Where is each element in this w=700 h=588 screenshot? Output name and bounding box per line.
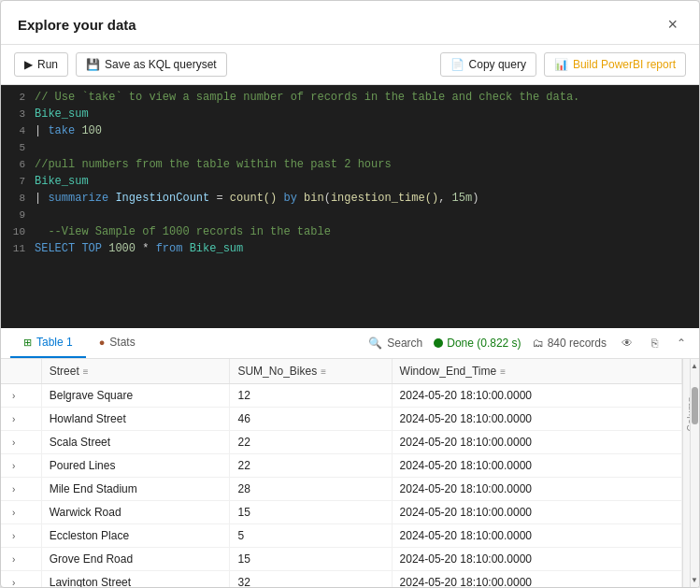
run-button[interactable]: ▶ Run — [14, 52, 68, 77]
copy-query-button[interactable]: 📄 Copy query — [440, 52, 536, 77]
filter-street-icon[interactable]: ≡ — [83, 366, 89, 377]
column-side-bar: Column ▲ ▼ — [682, 359, 699, 587]
records-icon: 🗂 — [533, 337, 544, 350]
code-line-10: 10 --View Sample of 1000 records in the … — [1, 223, 699, 240]
explore-data-dialog: Explore your data × ▶ Run 💾 Save as KQL … — [0, 0, 700, 588]
table-icon: ⊞ — [23, 337, 32, 349]
status-dot — [434, 338, 443, 348]
eye-icon[interactable]: 👁 — [618, 335, 636, 351]
th-street[interactable]: Street ≡ — [41, 359, 230, 384]
street-cell: Howland Street — [41, 408, 230, 431]
code-line-11: 11 SELECT TOP 1000 * from Bike_sum — [1, 240, 699, 257]
row-expand-icon-2[interactable]: › — [8, 437, 19, 448]
table-row: › Poured Lines 22 2024-05-20 18:10:00.00… — [1, 454, 682, 478]
expand-cell[interactable]: › — [1, 501, 41, 524]
sum-cell: 32 — [230, 571, 392, 588]
row-expand-icon-7[interactable]: › — [8, 554, 19, 565]
row-expand-icon-0[interactable]: › — [8, 391, 19, 401]
copy-icon[interactable]: ⎘ — [648, 335, 662, 351]
row-expand-icon-1[interactable]: › — [8, 414, 19, 424]
table-row: › Eccleston Place 5 2024-05-20 18:10:00.… — [1, 524, 682, 548]
code-line-2: 2 // Use `take` to view a sample number … — [1, 89, 699, 106]
table-row: › Howland Street 46 2024-05-20 18:10:00.… — [1, 408, 682, 431]
expand-cell[interactable]: › — [1, 571, 41, 588]
row-expand-icon-3[interactable]: › — [8, 461, 19, 471]
expand-cell[interactable]: › — [1, 384, 41, 408]
run-icon: ▶ — [24, 58, 33, 71]
tab-stats[interactable]: ● Stats — [86, 328, 149, 358]
scroll-down-arrow[interactable]: ▼ — [690, 573, 699, 587]
table-row: › Belgrave Square 12 2024-05-20 18:10:00… — [1, 384, 682, 408]
window-cell: 2024-05-20 18:10:00.0000 — [392, 501, 681, 524]
street-cell: Poured Lines — [41, 454, 230, 478]
row-expand-icon-4[interactable]: › — [8, 484, 19, 495]
filter-window-icon[interactable]: ≡ — [500, 366, 506, 377]
data-table: Street ≡ SUM_No_Bikes ≡ — [1, 359, 682, 587]
save-kql-button[interactable]: 💾 Save as KQL queryset — [76, 52, 227, 77]
sum-cell: 22 — [230, 431, 392, 454]
row-expand-icon-8[interactable]: › — [8, 578, 19, 587]
code-line-3: 3 Bike_sum — [1, 106, 699, 122]
tabs-left: ⊞ Table 1 ● Stats — [10, 328, 149, 358]
code-line-8: 8 | summarize IngestionCount = count() b… — [1, 190, 699, 207]
code-editor[interactable]: 2 // Use `take` to view a sample number … — [1, 85, 699, 328]
code-line-5: 5 — [1, 139, 699, 156]
row-expand-icon-5[interactable]: › — [8, 508, 19, 518]
code-line-7: 7 Bike_sum — [1, 173, 699, 190]
street-cell: Warwick Road — [41, 501, 230, 524]
th-expand — [1, 359, 41, 384]
toolbar: ▶ Run 💾 Save as KQL queryset 📄 Copy quer… — [1, 45, 699, 85]
expand-cell[interactable]: › — [1, 524, 41, 548]
scroll-thumb[interactable] — [692, 387, 698, 424]
powerbi-button[interactable]: 📊 Build PowerBI report — [544, 52, 686, 77]
table-row: › Mile End Stadium 28 2024-05-20 18:10:0… — [1, 478, 682, 501]
window-cell: 2024-05-20 18:10:00.0000 — [392, 431, 681, 454]
search-area[interactable]: 🔍 Search — [368, 337, 422, 350]
scroll-up-arrow[interactable]: ▲ — [690, 359, 699, 373]
th-window-end-time[interactable]: Window_End_Time ≡ — [392, 359, 681, 384]
row-expand-icon-6[interactable]: › — [8, 531, 19, 541]
save-icon: 💾 — [86, 58, 100, 71]
street-cell: Mile End Stadium — [41, 478, 230, 501]
filter-sum-icon[interactable]: ≡ — [321, 366, 326, 377]
records-badge: 🗂 840 records — [533, 337, 607, 350]
window-cell: 2024-05-20 18:10:00.0000 — [392, 571, 681, 588]
powerbi-icon: 📊 — [554, 58, 568, 71]
sum-cell: 15 — [230, 548, 392, 571]
sum-cell: 12 — [230, 384, 392, 408]
tabs-right: 🔍 Search Done (0.822 s) 🗂 840 records 👁 … — [368, 335, 690, 351]
sum-cell: 15 — [230, 501, 392, 524]
street-cell: Eccleston Place — [41, 524, 230, 548]
street-cell: Grove End Road — [41, 548, 230, 571]
sum-cell: 22 — [230, 454, 392, 478]
copy-icon: 📄 — [450, 58, 464, 71]
table-row: › Grove End Road 15 2024-05-20 18:10:00.… — [1, 548, 682, 571]
sum-cell: 5 — [230, 524, 392, 548]
collapse-icon[interactable]: ⌃ — [673, 335, 690, 351]
table-row: › Lavington Street 32 2024-05-20 18:10:0… — [1, 571, 682, 588]
close-button[interactable]: × — [663, 14, 682, 35]
status-done: Done (0.822 s) — [434, 337, 521, 350]
dialog-header: Explore your data × — [1, 1, 699, 45]
expand-cell[interactable]: › — [1, 431, 41, 454]
expand-cell[interactable]: › — [1, 408, 41, 431]
sum-cell: 28 — [230, 478, 392, 501]
stats-icon: ● — [99, 337, 106, 348]
th-sum-no-bikes[interactable]: SUM_No_Bikes ≡ — [230, 359, 392, 384]
window-cell: 2024-05-20 18:10:00.0000 — [392, 384, 681, 408]
dialog-title: Explore your data — [18, 17, 136, 33]
table-row: › Scala Street 22 2024-05-20 18:10:00.00… — [1, 431, 682, 454]
sum-cell: 46 — [230, 408, 392, 431]
window-cell: 2024-05-20 18:10:00.0000 — [392, 454, 681, 478]
tab-table-1[interactable]: ⊞ Table 1 — [10, 328, 86, 358]
expand-cell[interactable]: › — [1, 454, 41, 478]
window-cell: 2024-05-20 18:10:00.0000 — [392, 478, 681, 501]
table-inner[interactable]: Street ≡ SUM_No_Bikes ≡ — [1, 359, 682, 587]
expand-cell[interactable]: › — [1, 478, 41, 501]
window-cell: 2024-05-20 18:10:00.0000 — [392, 408, 681, 431]
vertical-scrollbar[interactable]: ▲ ▼ — [690, 359, 699, 587]
street-cell: Belgrave Square — [41, 384, 230, 408]
expand-cell[interactable]: › — [1, 548, 41, 571]
street-cell: Lavington Street — [41, 571, 230, 588]
window-cell: 2024-05-20 18:10:00.0000 — [392, 548, 681, 571]
